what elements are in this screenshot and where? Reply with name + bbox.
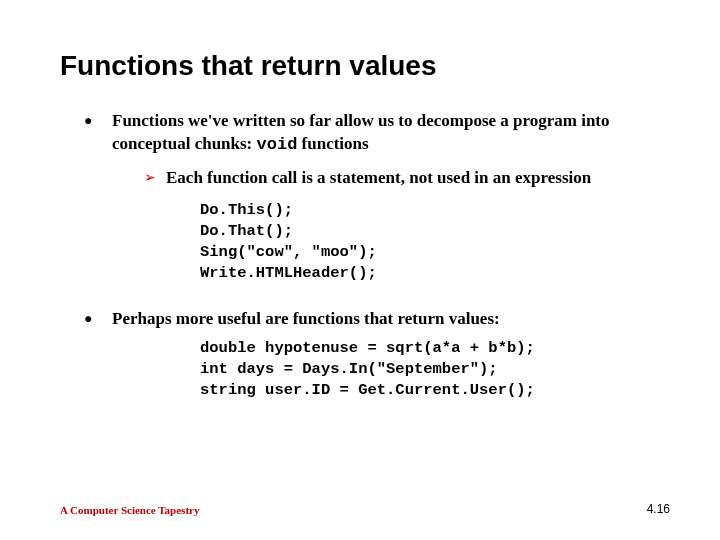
slide-title: Functions that return values <box>60 50 670 82</box>
bullet1-post: functions <box>297 134 368 153</box>
bullet-marker: ● <box>60 110 104 157</box>
bullet-marker: ● <box>60 308 104 331</box>
sub-bullet-marker: ➢ <box>144 167 166 190</box>
code-block-2: double hypotenuse = sqrt(a*a + b*b); int… <box>200 338 670 401</box>
bullet-text-1: Functions we've written so far allow us … <box>104 110 670 157</box>
bullet-item-2: ● Perhaps more useful are functions that… <box>60 308 670 331</box>
sub-bullet-1: ➢ Each function call is a statement, not… <box>144 167 670 190</box>
footer-right: 4.16 <box>647 502 670 516</box>
footer-left: A Computer Science Tapestry <box>60 504 199 516</box>
slide: Functions that return values ● Functions… <box>0 0 720 540</box>
code-block-1: Do.This(); Do.That(); Sing("cow", "moo")… <box>200 200 670 284</box>
bullet1-code: void <box>257 135 298 154</box>
sub-bullet-text: Each function call is a statement, not u… <box>166 167 670 190</box>
bullet-text-2: Perhaps more useful are functions that r… <box>104 308 670 331</box>
bullet-item-1: ● Functions we've written so far allow u… <box>60 110 670 157</box>
